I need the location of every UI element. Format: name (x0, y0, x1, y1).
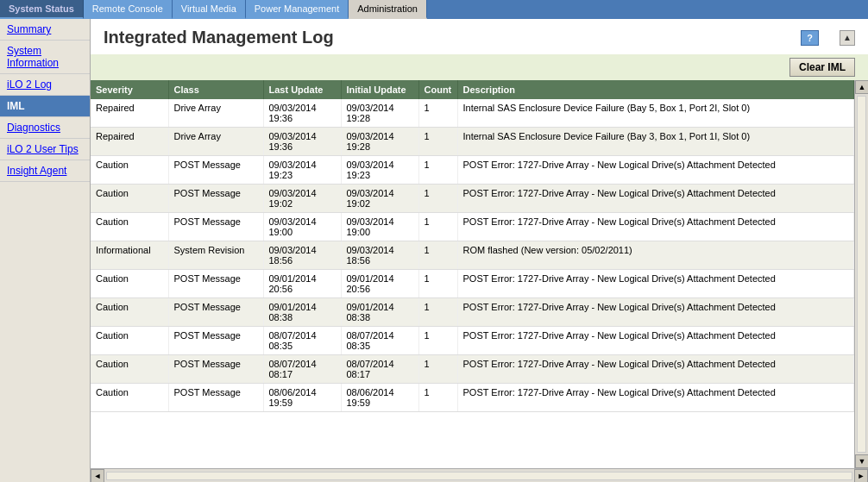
count-cell: 1 (418, 270, 457, 298)
clear-iml-button[interactable]: Clear IML (789, 58, 855, 77)
left-arrow-icon: ◄ (94, 472, 102, 480)
count-cell: 1 (418, 213, 457, 241)
table-body: RepairedDrive Array09/03/2014 19:3609/03… (91, 99, 854, 412)
down-arrow-icon: ▼ (859, 457, 866, 466)
scroll-track-horizontal[interactable] (106, 472, 852, 480)
description-cell: POST Error: 1727-Drive Array - New Logic… (457, 384, 854, 412)
table-row: CautionPOST Message09/03/2014 19:0209/03… (91, 185, 854, 213)
class-cell: POST Message (168, 298, 263, 327)
class-cell: POST Message (168, 270, 263, 298)
count-cell: 1 (418, 298, 457, 327)
last-update-cell: 09/03/2014 19:36 (263, 128, 341, 156)
help-button[interactable]: ? (801, 30, 819, 46)
scroll-right-arrow[interactable]: ► (854, 469, 868, 483)
sidebar-item-diagnostics[interactable]: Diagnostics (0, 117, 90, 139)
description-cell: POST Error: 1727-Drive Array - New Logic… (457, 327, 854, 355)
vertical-scrollbar[interactable]: ▲ ▼ (854, 80, 868, 468)
column-header-initial-update: Initial Update (341, 80, 418, 99)
description-cell: POST Error: 1727-Drive Array - New Logic… (457, 298, 854, 327)
content-area: Integrated Management Log ? ▲ Clear IML … (91, 19, 868, 482)
initial-update-cell: 08/07/2014 08:17 (341, 355, 418, 384)
nav-power-management[interactable]: Power Management (246, 0, 349, 19)
scroll-left-arrow[interactable]: ◄ (91, 469, 104, 483)
class-cell: System Revision (168, 241, 263, 270)
page-title: Integrated Management Log (104, 28, 334, 47)
sidebar-item-iml[interactable]: IML (0, 96, 90, 117)
sidebar: Summary System Information iLO 2 Log IML… (0, 19, 91, 482)
toolbar: Clear IML (91, 54, 868, 80)
initial-update-cell: 09/03/2014 19:28 (341, 128, 418, 156)
initial-update-cell: 08/06/2014 19:59 (341, 384, 418, 412)
table-row: CautionPOST Message08/07/2014 08:3508/07… (91, 327, 854, 355)
description-cell: POST Error: 1727-Drive Array - New Logic… (457, 355, 854, 384)
severity-cell: Repaired (91, 128, 168, 156)
last-update-cell: 09/03/2014 18:56 (263, 241, 341, 270)
table-row: CautionPOST Message09/03/2014 19:0009/03… (91, 213, 854, 241)
class-cell: POST Message (168, 327, 263, 355)
scroll-down-arrow[interactable]: ▼ (855, 454, 868, 468)
severity-cell: Caution (91, 185, 168, 213)
last-update-cell: 08/06/2014 19:59 (263, 384, 341, 412)
main-layout: Summary System Information iLO 2 Log IML… (0, 19, 868, 482)
initial-update-cell: 09/03/2014 19:00 (341, 213, 418, 241)
severity-cell: Caution (91, 213, 168, 241)
sidebar-item-insight-agent[interactable]: Insight Agent (0, 160, 90, 182)
initial-update-cell: 09/03/2014 19:02 (341, 185, 418, 213)
count-cell: 1 (418, 156, 457, 185)
log-table: Severity Class Last Update Initial Updat… (91, 80, 854, 412)
class-cell: Drive Array (168, 128, 263, 156)
count-cell: 1 (418, 384, 457, 412)
class-cell: POST Message (168, 355, 263, 384)
severity-cell: Repaired (91, 99, 168, 128)
class-cell: Drive Array (168, 99, 263, 128)
table-row: CautionPOST Message09/01/2014 20:5609/01… (91, 270, 854, 298)
column-header-severity: Severity (91, 80, 168, 99)
table-row: InformationalSystem Revision09/03/2014 1… (91, 241, 854, 270)
scroll-up-button[interactable]: ▲ (840, 30, 855, 46)
description-cell: ROM flashed (New version: 05/02/2011) (457, 241, 854, 270)
sidebar-item-system-information[interactable]: System Information (0, 41, 90, 74)
severity-cell: Caution (91, 355, 168, 384)
content-header: Integrated Management Log ? ▲ (91, 19, 868, 54)
nav-virtual-media[interactable]: Virtual Media (173, 0, 246, 19)
horizontal-scrollbar[interactable]: ◄ ► (91, 468, 868, 482)
nav-system-status[interactable]: System Status (0, 0, 84, 19)
description-cell: Internal SAS Enclosure Device Failure (B… (457, 99, 854, 128)
class-cell: POST Message (168, 156, 263, 185)
column-header-class: Class (168, 80, 263, 99)
initial-update-cell: 09/01/2014 20:56 (341, 270, 418, 298)
log-table-container[interactable]: Severity Class Last Update Initial Updat… (91, 80, 854, 468)
last-update-cell: 09/03/2014 19:00 (263, 213, 341, 241)
last-update-cell: 09/03/2014 19:23 (263, 156, 341, 185)
sidebar-item-summary[interactable]: Summary (0, 19, 90, 41)
column-header-description: Description (457, 80, 854, 99)
last-update-cell: 09/03/2014 19:02 (263, 185, 341, 213)
count-cell: 1 (418, 327, 457, 355)
severity-cell: Caution (91, 384, 168, 412)
sidebar-item-ilo2-user-tips[interactable]: iLO 2 User Tips (0, 139, 90, 160)
table-row: CautionPOST Message08/07/2014 08:1708/07… (91, 355, 854, 384)
table-row: RepairedDrive Array09/03/2014 19:3609/03… (91, 99, 854, 128)
severity-cell: Caution (91, 156, 168, 185)
class-cell: POST Message (168, 213, 263, 241)
table-header-row: Severity Class Last Update Initial Updat… (91, 80, 854, 99)
initial-update-cell: 09/01/2014 08:38 (341, 298, 418, 327)
severity-cell: Caution (91, 270, 168, 298)
sidebar-item-ilo2-log[interactable]: iLO 2 Log (0, 74, 90, 96)
nav-remote-console[interactable]: Remote Console (84, 0, 173, 19)
nav-administration[interactable]: Administration (349, 0, 427, 19)
count-cell: 1 (418, 99, 457, 128)
last-update-cell: 08/07/2014 08:17 (263, 355, 341, 384)
count-cell: 1 (418, 241, 457, 270)
chevron-up-icon: ▲ (843, 33, 852, 42)
scroll-up-arrow[interactable]: ▲ (855, 80, 868, 94)
initial-update-cell: 08/07/2014 08:35 (341, 327, 418, 355)
initial-update-cell: 09/03/2014 19:23 (341, 156, 418, 185)
last-update-cell: 09/01/2014 08:38 (263, 298, 341, 327)
table-row: CautionPOST Message09/03/2014 19:2309/03… (91, 156, 854, 185)
count-cell: 1 (418, 128, 457, 156)
class-cell: POST Message (168, 185, 263, 213)
right-arrow-icon: ► (858, 472, 865, 480)
scroll-track-vertical[interactable] (857, 96, 866, 453)
last-update-cell: 08/07/2014 08:35 (263, 327, 341, 355)
